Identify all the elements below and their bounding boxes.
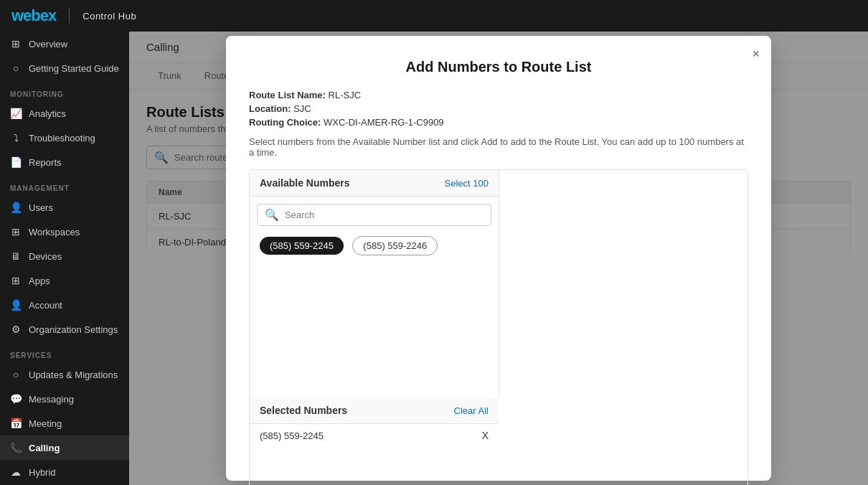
sidebar-label-troubleshooting: Troubleshooting (29, 133, 95, 143)
sidebar-label-devices: Devices (29, 251, 62, 262)
services-section-label: SERVICES (0, 342, 129, 362)
apps-icon: ⊞ (10, 275, 22, 286)
sidebar-label-analytics: Analytics (29, 108, 66, 119)
sidebar-item-workspaces[interactable]: ⊞ Workspaces (0, 220, 129, 244)
location-meta: Location: SJC (249, 103, 748, 114)
users-icon: 👤 (10, 202, 22, 213)
sidebar-item-getting-started[interactable]: ○ Getting Started Guide (0, 56, 129, 80)
calling-icon: 📞 (10, 442, 22, 453)
modal-overlay: × Add Numbers to Route List Route List N… (129, 32, 868, 485)
sidebar-label-reports: Reports (29, 157, 62, 168)
available-search-wrap[interactable]: 🔍 (257, 204, 491, 226)
selected-panel-header: Selected Numbers Clear All (250, 397, 499, 424)
sidebar-item-apps[interactable]: ⊞ Apps (0, 268, 129, 293)
available-numbers-panel: Available Numbers Select 100 🔍 (585) 559… (250, 170, 499, 397)
sidebar-item-calling[interactable]: 📞 Calling (0, 435, 129, 460)
sidebar-item-devices[interactable]: 🖥 Devices (0, 244, 129, 268)
webex-logo-icon: webex (11, 6, 56, 25)
top-nav: webex Control Hub (0, 0, 868, 32)
available-numbers-list: (585) 559-2245 (585) 559-2246 (257, 233, 491, 258)
add-numbers-modal: × Add Numbers to Route List Route List N… (226, 36, 771, 481)
route-list-name-meta: Route List Name: RL-SJC (249, 90, 748, 100)
updates-icon: ○ (10, 369, 22, 380)
remove-number-button[interactable]: X (482, 430, 489, 441)
sidebar-item-messaging[interactable]: 💬 Messaging (0, 387, 129, 411)
webex-logo: webex Control Hub (11, 6, 136, 25)
selected-numbers-panel: Selected Numbers Clear All (585) 559-224… (250, 397, 499, 485)
sidebar-label-getting-started: Getting Started Guide (29, 63, 119, 74)
sidebar: ⊞ Overview ○ Getting Started Guide MONIT… (0, 32, 129, 485)
available-panel-title: Available Numbers (260, 177, 350, 189)
sidebar-item-analytics[interactable]: 📈 Analytics (0, 101, 129, 126)
meeting-icon: 📅 (10, 418, 22, 429)
management-section-label: MANAGEMENT (0, 174, 129, 195)
sidebar-label-updates: Updates & Migrations (29, 369, 118, 380)
selected-number-value: (585) 559-2245 (260, 430, 324, 441)
sidebar-item-org-settings[interactable]: ⚙ Organization Settings (0, 317, 129, 342)
getting-started-icon: ○ (10, 62, 22, 74)
modal-title: Add Numbers to Route List (249, 59, 748, 75)
analytics-icon: 📈 (10, 108, 22, 119)
sidebar-label-account: Account (29, 300, 62, 311)
selected-panel-body: (585) 559-2245 X (250, 424, 499, 485)
sidebar-label-workspaces: Workspaces (29, 227, 80, 237)
available-panel-body: 🔍 (585) 559-2245 (585) 559-2246 (250, 197, 499, 397)
sidebar-label-apps: Apps (29, 276, 50, 286)
account-icon: 👤 (10, 299, 22, 311)
sidebar-item-account[interactable]: 👤 Account (0, 293, 129, 317)
sidebar-item-reports[interactable]: 📄 Reports (0, 150, 129, 174)
sidebar-item-users[interactable]: 👤 Users (0, 195, 129, 220)
troubleshooting-icon: ⤵ (10, 132, 22, 143)
nav-divider (69, 9, 70, 23)
org-settings-icon: ⚙ (10, 324, 22, 335)
main-content: Calling Trunk Route Group Route Lists A … (129, 32, 868, 485)
routing-choice-meta: Routing Choice: WXC-DI-AMER-RG-1-C9909 (249, 117, 748, 128)
sidebar-item-hybrid[interactable]: ☁ Hybrid (0, 460, 129, 484)
available-search-input[interactable] (285, 209, 483, 220)
sidebar-label-messaging: Messaging (29, 394, 74, 405)
sidebar-label-calling: Calling (29, 443, 60, 453)
modal-close-button[interactable]: × (752, 47, 760, 60)
sidebar-label-hybrid: Hybrid (29, 467, 56, 478)
selected-panel-title: Selected Numbers (260, 405, 347, 416)
devices-icon: 🖥 (10, 250, 22, 262)
clear-all-link[interactable]: Clear All (454, 405, 489, 416)
sidebar-item-updates[interactable]: ○ Updates & Migrations (0, 362, 129, 387)
modal-instructions: Select numbers from the Available Number… (249, 136, 748, 158)
sidebar-label-meeting: Meeting (29, 418, 62, 429)
messaging-icon: 💬 (10, 393, 22, 405)
number-chip-selected[interactable]: (585) 559-2245 (260, 237, 344, 255)
selected-number-row: (585) 559-2245 X (250, 424, 499, 447)
monitoring-section-label: MONITORING (0, 80, 129, 101)
app-body: ⊞ Overview ○ Getting Started Guide MONIT… (0, 32, 868, 485)
sidebar-item-overview[interactable]: ⊞ Overview (0, 32, 129, 56)
number-chip-unselected[interactable]: (585) 559-2246 (352, 236, 438, 255)
available-panel-header: Available Numbers Select 100 (250, 170, 499, 197)
workspaces-icon: ⊞ (10, 226, 22, 237)
sidebar-item-meeting[interactable]: 📅 Meeting (0, 411, 129, 435)
reports-icon: 📄 (10, 156, 22, 168)
search-icon: 🔍 (265, 208, 279, 222)
sidebar-label-users: Users (29, 202, 53, 213)
panel-divider (499, 170, 499, 397)
sidebar-item-troubleshooting[interactable]: ⤵ Troubleshooting (0, 126, 129, 150)
sidebar-label-org-settings: Organization Settings (29, 324, 118, 335)
sidebar-label-overview: Overview (29, 39, 67, 50)
control-hub-label: Control Hub (82, 11, 136, 22)
overview-icon: ⊞ (10, 38, 22, 50)
hybrid-icon: ☁ (10, 466, 22, 478)
select-100-link[interactable]: Select 100 (445, 178, 489, 189)
numbers-grid: Available Numbers Select 100 🔍 (585) 559… (249, 169, 748, 485)
